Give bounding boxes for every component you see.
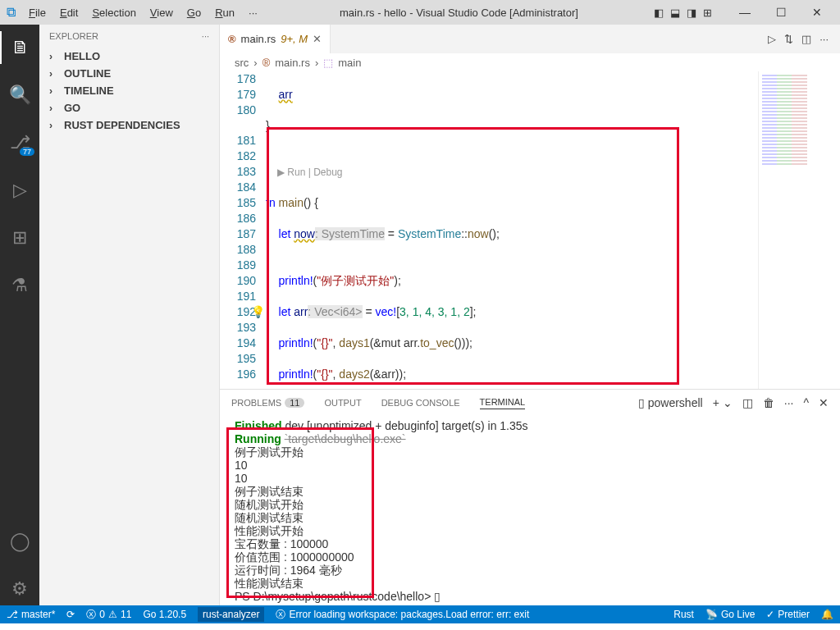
sidebar-section-hello[interactable]: ›HELLO <box>39 48 219 65</box>
explorer-title: EXPLORER <box>49 31 98 41</box>
menu-more[interactable]: ··· <box>242 3 264 22</box>
status-error-message[interactable]: ⓧ Error loading workspace: packages.Load… <box>276 608 530 622</box>
menu-go[interactable]: Go <box>180 3 208 22</box>
tab-label: main.rs <box>241 33 276 45</box>
toggle-panel-icon[interactable]: ⬓ <box>670 7 680 19</box>
run-icon[interactable]: ▷ <box>768 33 776 45</box>
scm-activity[interactable]: ⎇77 <box>0 126 39 159</box>
close-button[interactable]: ✕ <box>801 6 833 19</box>
line-number-gutter: 178179180 181182183 184185186 187188189 … <box>220 71 266 389</box>
function-icon: ⬚ <box>323 57 333 69</box>
status-prettier[interactable]: ✓ Prettier <box>766 609 810 620</box>
menu-run[interactable]: Run <box>208 3 241 22</box>
layout-controls: ◧ ⬓ ◨ ⊞ <box>654 7 712 19</box>
search-activity[interactable]: 🔍 <box>0 79 39 112</box>
terminal-body[interactable]: Finished dev [unoptimized + debuginfo] t… <box>220 416 840 605</box>
settings-activity[interactable]: ⚙ <box>0 573 39 605</box>
status-problems[interactable]: ⓧ 0 ⚠ 11 <box>86 608 131 622</box>
chevron-right-icon: › <box>49 68 61 80</box>
panel-maximize-icon[interactable]: ^ <box>803 396 809 409</box>
menu-file[interactable]: File <box>22 3 52 22</box>
activity-bar: 🗎 🔍 ⎇77 ▷ ⊞ ⚗ ◯ ⚙ <box>0 25 39 605</box>
chevron-right-icon: › <box>49 85 61 97</box>
run-debug-activity[interactable]: ▷ <box>0 174 39 207</box>
tab-close-icon[interactable]: ✕ <box>313 33 322 45</box>
minimize-button[interactable]: — <box>728 6 761 19</box>
panel-tab-terminal[interactable]: TERMINAL <box>480 397 526 409</box>
status-sync[interactable]: ⟳ <box>66 609 75 620</box>
menu-view[interactable]: View <box>144 3 180 22</box>
sidebar-section-timeline[interactable]: ›TIMELINE <box>39 82 219 99</box>
panel-more-icon[interactable]: ··· <box>784 396 794 409</box>
lightbulb-icon[interactable]: 💡 <box>251 304 265 320</box>
status-go-live[interactable]: 📡 Go Live <box>705 609 755 620</box>
panel-close-icon[interactable]: ✕ <box>819 396 829 409</box>
rust-file-icon: ® <box>262 57 271 69</box>
status-language[interactable]: Rust <box>673 609 694 620</box>
chevron-right-icon: › <box>49 51 61 62</box>
bottom-panel: PROBLEMS11 OUTPUT DEBUG CONSOLE TERMINAL… <box>220 389 840 605</box>
customize-layout-icon[interactable]: ⊞ <box>703 7 712 19</box>
tab-modified-indicator: 9+, M <box>281 33 308 45</box>
explorer-activity[interactable]: 🗎 <box>0 31 39 64</box>
extensions-activity[interactable]: ⊞ <box>0 221 39 254</box>
status-notifications-icon[interactable]: 🔔 <box>821 609 833 620</box>
terminal-kill-icon[interactable]: 🗑 <box>763 396 774 409</box>
code-editor[interactable]: 178179180 181182183 184185186 187188189 … <box>220 71 840 389</box>
panel-tab-output[interactable]: OUTPUT <box>324 398 361 408</box>
window-title: main.rs - hello - Visual Studio Code [Ad… <box>264 7 654 19</box>
chevron-right-icon: › <box>49 103 61 114</box>
explorer-sidebar: EXPLORER ··· ›HELLO ›OUTLINE ›TIMELINE ›… <box>39 25 220 605</box>
toggle-primary-sidebar-icon[interactable]: ◧ <box>654 7 664 19</box>
minimap[interactable] <box>758 71 840 389</box>
sidebar-section-outline[interactable]: ›OUTLINE <box>39 65 219 82</box>
accounts-activity[interactable]: ◯ <box>0 525 39 558</box>
panel-tab-problems[interactable]: PROBLEMS11 <box>231 398 304 408</box>
debug-icon[interactable]: ⇅ <box>784 33 793 45</box>
sidebar-section-rust-deps[interactable]: ›RUST DEPENDENCIES <box>39 116 219 134</box>
panel-tab-debug-console[interactable]: DEBUG CONSOLE <box>381 398 460 408</box>
editor-more-icon[interactable]: ··· <box>819 33 829 45</box>
menu-selection[interactable]: Selection <box>85 3 142 22</box>
problems-count: 11 <box>285 398 304 408</box>
scm-badge: 77 <box>20 148 34 156</box>
chevron-right-icon: › <box>49 120 61 131</box>
breadcrumb[interactable]: src› ® main.rs› ⬚ main <box>220 53 840 71</box>
terminal-split-icon[interactable]: ◫ <box>742 396 753 409</box>
app-icon: ⧉ <box>7 5 16 20</box>
editor-tabs: ® main.rs 9+, M ✕ ▷ ⇅ ◫ ··· <box>220 25 840 53</box>
testing-activity[interactable]: ⚗ <box>0 269 39 302</box>
title-bar: ⧉ File Edit Selection View Go Run ··· ma… <box>0 0 840 25</box>
explorer-more-icon[interactable]: ··· <box>202 31 209 41</box>
terminal-shell-select[interactable]: ▯ powershell <box>638 396 703 409</box>
status-rust-analyzer[interactable]: rust-analyzer <box>198 607 264 622</box>
sidebar-section-go[interactable]: ›GO <box>39 99 219 116</box>
code-body[interactable]: arr } ▶ Run | Debug fn main() { let now:… <box>266 71 758 389</box>
split-editor-icon[interactable]: ◫ <box>801 33 811 45</box>
status-branch[interactable]: ⎇ master* <box>7 609 55 620</box>
codelens-run-debug[interactable]: ▶ Run | Debug <box>266 165 758 180</box>
toggle-secondary-sidebar-icon[interactable]: ◨ <box>687 7 696 19</box>
status-bar: ⎇ master* ⟳ ⓧ 0 ⚠ 11 Go 1.20.5 rust-anal… <box>0 605 840 623</box>
menu-edit[interactable]: Edit <box>53 3 84 22</box>
tab-main-rs[interactable]: ® main.rs 9+, M ✕ <box>220 25 331 53</box>
terminal-new-icon[interactable]: + ⌄ <box>713 396 733 409</box>
menu-bar: File Edit Selection View Go Run ··· <box>22 3 264 22</box>
maximize-button[interactable]: ☐ <box>765 6 797 19</box>
editor-area: ® main.rs 9+, M ✕ ▷ ⇅ ◫ ··· src› ® main.… <box>220 25 840 605</box>
status-go-version[interactable]: Go 1.20.5 <box>143 609 186 620</box>
rust-file-icon: ® <box>228 33 236 45</box>
